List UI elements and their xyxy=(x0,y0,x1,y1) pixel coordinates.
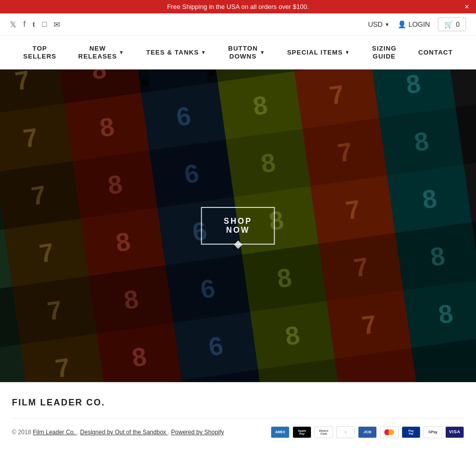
nav-item-sizing-guide[interactable]: SIZINGGUIDE xyxy=(361,36,407,69)
nav-label-sizing-guide: SIZINGGUIDE xyxy=(372,45,396,60)
nav-item-contact[interactable]: CONTACT xyxy=(408,40,464,66)
footer-brand: FILM LEADER CO. xyxy=(12,397,464,408)
hero-content: SHOPNOW xyxy=(201,207,275,245)
currency-selector[interactable]: USD ▼ xyxy=(368,20,389,28)
button-downs-chevron: ▼ xyxy=(260,50,265,56)
email-icon: ✉ xyxy=(54,20,60,29)
nav-item-new-releases[interactable]: NEWRELEASES ▼ xyxy=(67,36,135,69)
tumblr-link[interactable]: t xyxy=(32,20,35,29)
announcement-text: Free Shipping in the USA on all orders o… xyxy=(167,3,309,10)
top-bar: 𝕏 f t □ ✉ USD ▼ 👤 LOGIN 🛒 0 xyxy=(0,13,476,36)
login-link[interactable]: 👤 LOGIN xyxy=(398,20,430,28)
nav-label-tees-tanks: TEES & TANKS xyxy=(146,49,199,57)
nav-label-special-items: SPECIAL ITEMS xyxy=(287,49,343,57)
payment-visa: VISA xyxy=(445,426,464,438)
payment-amex: AMEX xyxy=(271,426,290,438)
new-releases-chevron: ▼ xyxy=(119,50,124,56)
nav-item-top-sellers[interactable]: TOPSELLERS xyxy=(12,36,67,69)
main-navigation: TOPSELLERS NEWRELEASES ▼ TEES & TANKS ▼ … xyxy=(0,36,476,69)
hero-section: 8 8 8 8 8 8 7 7 7 7 7 7 8 8 8 8 8 8 xyxy=(0,69,476,382)
cart-count: 0 xyxy=(456,20,460,28)
nav-label-top-sellers: TOPSELLERS xyxy=(23,45,57,60)
payment-diners: DinersClub xyxy=(314,426,333,438)
user-icon: 👤 xyxy=(398,20,406,28)
powered-by-link[interactable]: Powered by Shopify xyxy=(171,429,224,436)
instagram-link[interactable]: □ xyxy=(42,20,47,29)
tees-tanks-chevron: ▼ xyxy=(201,50,206,56)
currency-label: USD xyxy=(368,20,383,28)
currency-chevron: ▼ xyxy=(385,22,390,27)
powered-by: Powered by Shopify xyxy=(171,429,224,436)
cart-button[interactable]: 🛒 0 xyxy=(438,17,466,31)
payment-gpay: GPay xyxy=(423,426,442,438)
top-right-actions: USD ▼ 👤 LOGIN 🛒 0 xyxy=(368,17,466,31)
nav-item-special-items[interactable]: SPECIAL ITEMS ▼ xyxy=(276,40,361,66)
instagram-icon: □ xyxy=(42,20,47,29)
login-label: LOGIN xyxy=(409,20,430,28)
company-name: Film Leader Co. xyxy=(33,429,75,436)
footer-bottom: © 2018 Film Leader Co. . Designed by Out… xyxy=(12,418,464,438)
facebook-link[interactable]: f xyxy=(23,20,25,29)
social-links: 𝕏 f t □ ✉ xyxy=(10,20,60,29)
shop-now-label: SHOPNOW xyxy=(224,217,252,234)
payment-generic: ○ xyxy=(336,426,355,438)
payment-paypal: PayPal xyxy=(402,426,420,438)
cart-icon: 🛒 xyxy=(444,20,453,28)
nav-item-button-downs[interactable]: BUTTONDOWNS ▼ xyxy=(217,36,276,69)
nav-label-contact: CONTACT xyxy=(418,49,453,57)
footer-copyright: © 2018 Film Leader Co. . Designed by Out… xyxy=(12,429,224,436)
email-link[interactable]: ✉ xyxy=(54,20,60,29)
tumblr-icon: t xyxy=(32,20,35,29)
payment-icons: AMEX ApplePay DinersClub ○ JCB PayPal GP… xyxy=(271,426,464,438)
payment-jcb: JCB xyxy=(358,426,377,438)
special-items-chevron: ▼ xyxy=(345,50,350,56)
designed-by: Designed by Out of the Sandbox xyxy=(80,429,166,436)
company-name-link[interactable]: Film Leader Co. xyxy=(33,429,77,436)
announcement-bar: Free Shipping in the USA on all orders o… xyxy=(0,0,476,13)
shop-now-button[interactable]: SHOPNOW xyxy=(201,207,275,245)
facebook-icon: f xyxy=(23,20,25,29)
footer: FILM LEADER CO. © 2018 Film Leader Co. .… xyxy=(0,382,476,448)
nav-label-button-downs: BUTTONDOWNS xyxy=(228,45,258,60)
designed-by-link[interactable]: Designed by Out of the Sandbox xyxy=(80,429,168,436)
nav-item-tees-tanks[interactable]: TEES & TANKS ▼ xyxy=(135,40,217,66)
payment-mastercard xyxy=(380,426,399,438)
announcement-close-button[interactable]: × xyxy=(465,3,469,11)
twitter-icon: 𝕏 xyxy=(10,20,16,29)
copyright-year: © 2018 xyxy=(12,429,31,436)
payment-apple-pay: ApplePay xyxy=(293,426,311,438)
nav-label-new-releases: NEWRELEASES xyxy=(78,45,117,60)
twitter-link[interactable]: 𝕏 xyxy=(10,20,16,29)
